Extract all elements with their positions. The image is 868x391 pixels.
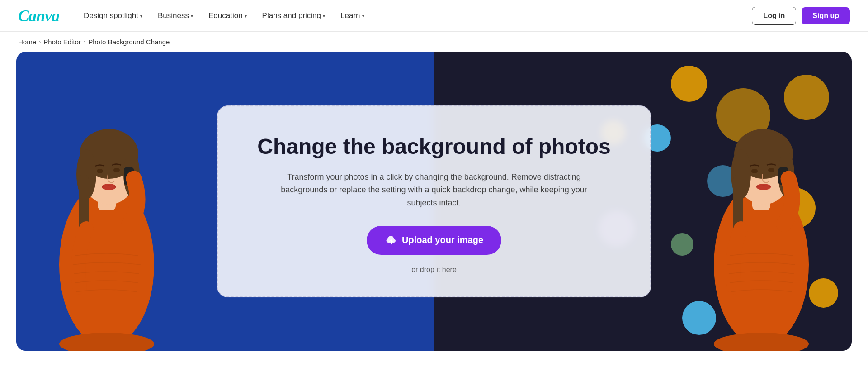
nav-item-business[interactable]: Business ▾: [151, 8, 199, 24]
woman-left-figure: [39, 84, 175, 351]
breadcrumb-current-page: Photo Background Change: [88, 38, 170, 46]
breadcrumb: Home › Photo Editor › Photo Background C…: [0, 32, 868, 52]
upload-cloud-icon: [385, 234, 397, 247]
upload-button[interactable]: Upload your image: [367, 226, 501, 255]
svg-point-7: [97, 169, 103, 173]
drop-text: or drop it here: [254, 266, 614, 274]
svg-point-9: [102, 184, 116, 190]
nav-item-design-spotlight[interactable]: Design spotlight ▾: [77, 8, 149, 24]
bokeh-circle: [671, 233, 693, 256]
nav-item-education[interactable]: Education ▾: [202, 8, 253, 24]
hero-section: Change the background of photos Transfor…: [16, 52, 852, 351]
svg-point-20: [768, 168, 774, 172]
breadcrumb-separator-2: ›: [84, 38, 85, 45]
navbar: Canva Design spotlight ▾ Business ▾ Educ…: [0, 0, 868, 32]
card-description: Transform your photos in a click by chan…: [271, 171, 597, 210]
svg-point-8: [113, 168, 120, 172]
svg-point-19: [751, 169, 758, 173]
breadcrumb-home[interactable]: Home: [18, 38, 36, 46]
chevron-down-icon: ▾: [140, 14, 142, 19]
nav-item-plans-pricing[interactable]: Plans and pricing ▾: [256, 8, 331, 24]
card-title: Change the background of photos: [254, 134, 614, 160]
woman-right-figure: [693, 84, 829, 351]
svg-point-11: [59, 333, 154, 351]
breadcrumb-photo-editor[interactable]: Photo Editor: [43, 38, 81, 46]
nav-item-learn[interactable]: Learn ▾: [334, 8, 370, 24]
upload-card: Change the background of photos Transfor…: [217, 105, 651, 297]
nav-links: Design spotlight ▾ Business ▾ Education …: [77, 8, 752, 24]
login-button[interactable]: Log in: [752, 7, 796, 25]
chevron-down-icon: ▾: [323, 14, 325, 19]
breadcrumb-separator-1: ›: [39, 38, 41, 45]
chevron-down-icon: ▾: [245, 14, 247, 19]
canva-logo[interactable]: Canva: [18, 6, 59, 25]
chevron-down-icon: ▾: [191, 14, 193, 19]
svg-point-21: [756, 184, 771, 190]
signup-button[interactable]: Sign up: [802, 7, 850, 24]
chevron-down-icon: ▾: [362, 14, 364, 19]
nav-actions: Log in Sign up: [752, 7, 850, 25]
svg-point-23: [714, 333, 809, 351]
